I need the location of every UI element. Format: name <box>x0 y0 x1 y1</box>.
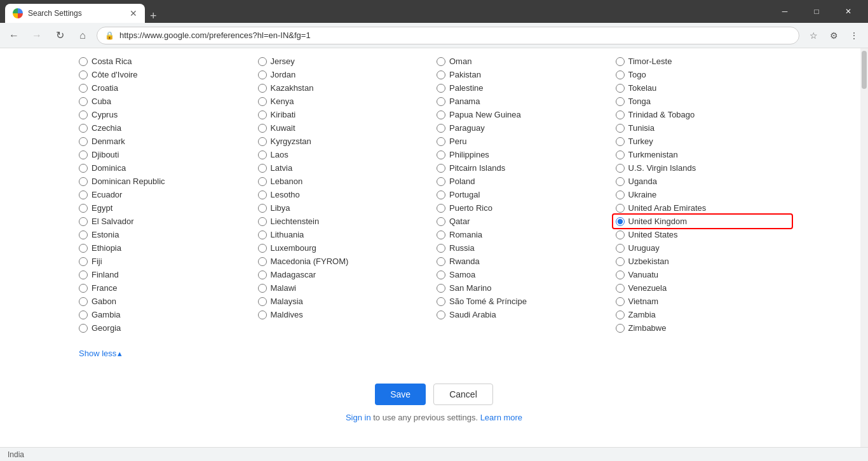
country-radio-czechia[interactable] <box>79 124 88 133</box>
country-label[interactable]: Pakistan <box>449 70 481 79</box>
country-label[interactable]: Samoa <box>449 270 475 279</box>
country-radio-portugal[interactable] <box>437 190 445 199</box>
country-radio-egypt[interactable] <box>79 204 88 213</box>
country-label[interactable]: Dominica <box>92 163 126 173</box>
country-label[interactable]: Russia <box>449 243 475 253</box>
country-radio-turkmenistan[interactable] <box>616 150 625 159</box>
bookmark-button[interactable]: ☆ <box>804 27 822 44</box>
country-label[interactable]: Turkey <box>628 137 653 146</box>
country-radio-gabon[interactable] <box>79 297 88 306</box>
country-label[interactable]: Papua New Guinea <box>449 110 521 119</box>
country-radio-libya[interactable] <box>258 204 267 213</box>
country-radio-russia[interactable] <box>437 244 445 253</box>
country-label[interactable]: Costa Rica <box>92 57 132 66</box>
tab-close-button[interactable]: ✕ <box>130 8 137 18</box>
extension-button[interactable]: ⚙ <box>825 27 843 44</box>
learn-more-link[interactable]: Learn more <box>480 413 522 422</box>
url-bar[interactable]: 🔒 https://www.google.com/preferences?hl=… <box>97 27 799 44</box>
forward-button[interactable]: → <box>28 27 46 44</box>
country-label[interactable]: Ecuador <box>92 190 122 199</box>
country-label[interactable]: Turkmenistan <box>628 150 678 159</box>
country-radio-kenya[interactable] <box>258 97 267 106</box>
country-radio-kiribati[interactable] <box>258 110 267 119</box>
country-radio-jersey[interactable] <box>258 57 267 66</box>
country-label[interactable]: Kyrgyzstan <box>271 137 311 146</box>
country-radio-liechtenstein[interactable] <box>258 217 267 226</box>
country-radio-cuba[interactable] <box>79 97 88 106</box>
country-radio-costa-rica[interactable] <box>79 57 88 66</box>
country-label[interactable]: U.S. Virgin Islands <box>628 163 696 173</box>
country-radio-rwanda[interactable] <box>437 257 445 266</box>
country-radio-kuwait[interactable] <box>258 124 267 133</box>
country-radio-dominica[interactable] <box>79 164 88 173</box>
country-label[interactable]: Paraguay <box>449 123 485 133</box>
country-radio-cyprus[interactable] <box>79 110 88 119</box>
country-label[interactable]: Georgia <box>92 323 121 333</box>
cancel-button[interactable]: Cancel <box>433 384 493 405</box>
country-label[interactable]: Macedonia (FYROM) <box>271 257 349 266</box>
country-radio-malaysia[interactable] <box>258 297 267 306</box>
country-label[interactable]: Puerto Rico <box>449 203 492 213</box>
country-label[interactable]: Estonia <box>92 230 119 239</box>
country-label[interactable]: Qatar <box>449 217 470 226</box>
country-radio-saudi-arabia[interactable] <box>437 311 445 319</box>
scrollbar[interactable] <box>860 48 868 447</box>
country-label[interactable]: Romania <box>449 230 482 239</box>
country-label[interactable]: Zambia <box>628 310 656 319</box>
country-label[interactable]: Côte d'Ivoire <box>92 70 138 79</box>
country-radio-uruguay[interactable] <box>616 244 625 253</box>
country-label[interactable]: Kenya <box>271 97 294 106</box>
country-label[interactable]: Madagascar <box>271 270 316 279</box>
country-label[interactable]: Jordan <box>271 70 296 79</box>
country-radio-macedonia-(fyrom)[interactable] <box>258 257 267 266</box>
country-radio-zambia[interactable] <box>616 311 625 319</box>
country-label[interactable]: San Marino <box>449 283 491 293</box>
country-label[interactable]: Rwanda <box>449 257 480 266</box>
country-radio-samoa[interactable] <box>437 271 445 279</box>
country-radio-uganda[interactable] <box>616 177 625 186</box>
country-radio-poland[interactable] <box>437 177 445 186</box>
country-label[interactable]: Malawi <box>271 283 296 293</box>
country-label[interactable]: Palestine <box>449 83 483 93</box>
country-radio-puerto-rico[interactable] <box>437 204 445 213</box>
country-radio-papua-new-guinea[interactable] <box>437 110 445 119</box>
country-radio-estonia[interactable] <box>79 230 88 239</box>
country-label[interactable]: Croatia <box>92 83 118 93</box>
country-radio-kazakhstan[interactable] <box>258 84 267 93</box>
country-label[interactable]: Uruguay <box>628 243 660 253</box>
country-label[interactable]: Dominican Republic <box>92 177 165 186</box>
country-radio-trinidad-&-tobago[interactable] <box>616 110 625 119</box>
country-radio-paraguay[interactable] <box>437 124 445 133</box>
country-radio-tunisia[interactable] <box>616 124 625 133</box>
country-radio-panama[interactable] <box>437 97 445 106</box>
country-radio-lebanon[interactable] <box>258 177 267 186</box>
country-label[interactable]: Trinidad & Tobago <box>628 110 695 119</box>
country-label[interactable]: Latvia <box>271 163 293 173</box>
country-label[interactable]: São Tomé & Príncipe <box>449 297 527 306</box>
country-radio-philippines[interactable] <box>437 150 445 159</box>
country-label[interactable]: Gabon <box>92 297 116 306</box>
country-radio-são-tomé-&-príncipe[interactable] <box>437 297 445 306</box>
show-less-button[interactable]: Show less ▴ <box>76 344 125 363</box>
country-label[interactable]: Poland <box>449 177 475 186</box>
new-tab-button[interactable]: + <box>150 10 157 23</box>
country-radio-vanuatu[interactable] <box>616 271 625 279</box>
country-label[interactable]: Kuwait <box>271 123 295 133</box>
country-radio-palestine[interactable] <box>437 84 445 93</box>
reload-button[interactable]: ↻ <box>51 27 69 44</box>
country-label[interactable]: Luxembourg <box>271 243 316 253</box>
country-label[interactable]: Liechtenstein <box>271 217 320 226</box>
country-label[interactable]: Togo <box>628 70 646 79</box>
country-label[interactable]: Saudi Arabia <box>449 310 496 319</box>
country-radio-ethiopia[interactable] <box>79 244 88 253</box>
country-label[interactable]: Venezuela <box>628 283 667 293</box>
country-label[interactable]: Finland <box>92 270 119 279</box>
country-radio-latvia[interactable] <box>258 164 267 173</box>
country-radio-denmark[interactable] <box>79 137 88 146</box>
country-radio-luxembourg[interactable] <box>258 244 267 253</box>
country-label[interactable]: Czechia <box>92 123 121 133</box>
country-label[interactable]: Ethiopia <box>92 243 121 253</box>
country-label[interactable]: United Arab Emirates <box>628 203 707 213</box>
country-radio-qatar[interactable] <box>437 217 445 226</box>
country-label[interactable]: Uzbekistan <box>628 257 669 266</box>
